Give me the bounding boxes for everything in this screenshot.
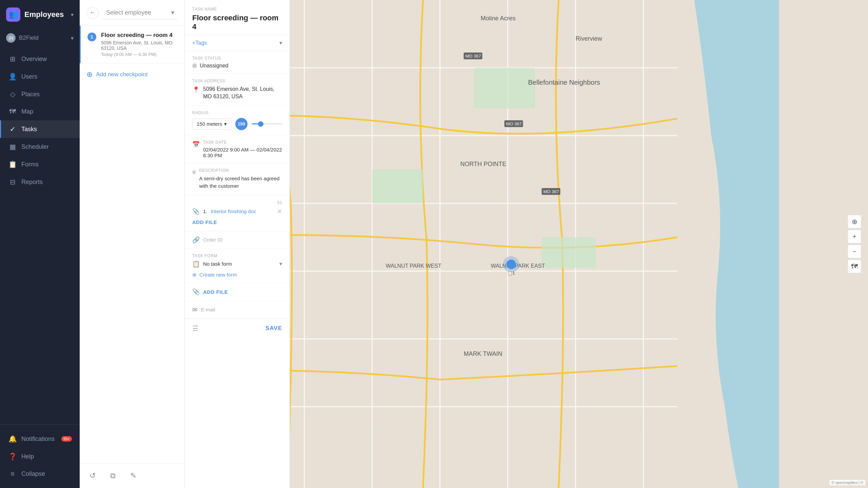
files-section: 51 📎 1. Interior finishing doc ✕ ADD FIL… [185,195,290,231]
location-pin-icon: 📍 [192,86,200,101]
save-button[interactable]: SAVE [265,325,282,332]
description-row: ≡ Description A semi-dry screed has been… [185,163,290,195]
sidebar-title: Employees [24,10,64,19]
svg-text:MO 367: MO 367 [465,54,481,59]
sidebar-item-overview[interactable]: ⊞ Overview [0,50,80,68]
radius-select-arrow-icon: ▾ [224,121,227,127]
svg-rect-15 [372,169,423,203]
edit-button[interactable]: ✎ [127,470,139,482]
add-file-row-2[interactable]: 📎 ADD FILE [185,283,290,301]
map-icon: 🗺 [8,108,17,116]
checkpoint-item[interactable]: 1 Floor screeding — room 4 5096 Emerson … [80,26,184,63]
task-date-row: 📅 Task date 02/04/2022 9:00 AM — 02/04/2… [185,135,290,163]
task-form-row: Task form 📋 No task form ▾ ⊕ Create new … [185,249,290,283]
sidebar-item-label: Users [21,73,37,80]
clip-icon: 📎 [192,288,200,296]
sidebar-item-label: Reports [21,179,43,186]
users-icon: 👤 [8,73,17,81]
edit-icon: ✎ [130,471,136,480]
task-status-label: Task status [192,56,282,61]
radius-row: Radius 150 meters ▾ 150 [185,106,290,135]
create-form-button[interactable]: ⊕ Create new form [192,272,282,278]
scheduler-icon: ▦ [8,143,17,151]
order-link-icon: 🔗 [192,236,200,244]
email-row[interactable]: ✉ E-mail [185,301,290,319]
radius-badge: 150 [235,118,248,130]
tags-section[interactable]: +Tags ▾ [185,35,290,51]
back-button[interactable]: ← [86,7,99,19]
refresh-icon: ↺ [90,471,96,480]
task-form-select[interactable]: 📋 No task form ▾ [192,260,282,268]
file-item: 📎 1. Interior finishing doc ✕ [192,208,282,215]
refresh-button[interactable]: ↺ [86,470,99,482]
status-dot-icon [192,63,197,68]
sidebar-item-tasks[interactable]: ✓ Tasks [0,120,80,138]
add-file-button-2[interactable]: ADD FILE [203,288,228,296]
sidebar-bottom: 🔔 Notifications 99+ ❓ Help ≡ Collapse [0,424,80,488]
sidebar-item-label: Places [21,91,40,98]
svg-text:MO 367: MO 367 [543,189,559,194]
left-panel: ← Select employee ▾ 1 Floor screeding — … [80,0,185,488]
order-id-row[interactable]: 🔗 Order ID [185,231,290,249]
collapse-label: Collapse [21,470,45,477]
tasks-icon: ✓ [8,125,17,133]
task-name-label: Task name [192,7,282,12]
add-checkpoint-label: Add new checkpoint [96,71,147,78]
help-label: Help [21,453,34,460]
radius-slider-thumb[interactable] [258,121,263,127]
map-location-btn[interactable]: ⊕ [848,215,861,228]
sidebar-item-label: Scheduler [21,143,49,150]
detail-footer: ☰ SAVE [185,319,290,338]
places-icon: ◇ [8,90,17,98]
task-date-label: Task date [203,140,282,145]
svg-point-37 [507,260,516,269]
sidebar-item-help[interactable]: ❓ Help [0,448,80,465]
overview-icon: ⊞ [8,55,17,63]
task-status-value: Unassigned [192,63,282,69]
email-label: E-mail [201,307,215,312]
task-address-label: Task address [192,79,282,83]
map-zoom-in-btn[interactable]: + [848,230,861,243]
panel-header: ← Select employee ▾ [80,0,184,26]
task-date-text: 02/04/2022 9:00 AM — 02/04/2022 6:30 PM [203,147,282,158]
map-controls: ⊕ + − 🗺 [848,215,861,273]
tags-label: +Tags [192,40,207,46]
footer-list-icon[interactable]: ☰ [192,324,198,332]
file-name[interactable]: Interior finishing doc [211,208,274,214]
sidebar-item-places[interactable]: ◇ Places [0,85,80,103]
sidebar-item-collapse[interactable]: ≡ Collapse [0,465,80,483]
checkpoint-title: Floor screeding — room 4 [101,32,178,39]
sidebar-item-notifications[interactable]: 🔔 Notifications 99+ [0,430,80,448]
sidebar-item-users[interactable]: 👤 Users [0,68,80,85]
map-attribution: © openmaptiles | © [829,480,865,485]
collapse-icon: ≡ [8,470,17,478]
radius-label: Radius [192,110,282,115]
radius-value: 150 meters [197,121,222,127]
sidebar-item-forms[interactable]: 📋 Forms [0,156,80,173]
forms-icon: 📋 [8,160,17,168]
checkpoint-info: Floor screeding — room 4 5096 Emerson Av… [101,32,178,57]
map-zoom-out-btn[interactable]: − [848,245,861,258]
copy-button[interactable]: ⧉ [107,470,119,482]
sidebar-item-map[interactable]: 🗺 Map [0,103,80,120]
add-file-button-1[interactable]: ADD FILE [192,218,282,226]
form-select-icon: 📋 [192,260,200,268]
sidebar-title-arrow: ▾ [71,12,74,18]
sidebar-item-scheduler[interactable]: ▦ Scheduler [0,138,80,156]
sidebar-org[interactable]: 🏢 B2Field ▾ [0,29,80,47]
employee-select[interactable]: Select employee ▾ [103,6,178,19]
sidebar-item-reports[interactable]: ⊟ Reports [0,173,80,191]
file-remove-button[interactable]: ✕ [277,208,282,215]
create-form-plus-icon: ⊕ [192,272,197,278]
org-icon: 🏢 [6,33,16,43]
add-checkpoint-button[interactable]: ⊕ Add new checkpoint [80,63,184,86]
task-form-arrow-icon: ▾ [279,261,282,267]
svg-text:NORTH POINTE: NORTH POINTE [460,161,507,167]
notifications-label: Notifications [21,435,55,443]
svg-rect-16 [474,68,535,108]
radius-select[interactable]: 150 meters ▾ [192,119,231,129]
task-name-section: Task name Floor screeding — room 4 [185,0,290,35]
task-status-row: Task status Unassigned [185,51,290,74]
map-layers-btn[interactable]: 🗺 [848,260,861,273]
radius-slider[interactable] [252,121,282,127]
